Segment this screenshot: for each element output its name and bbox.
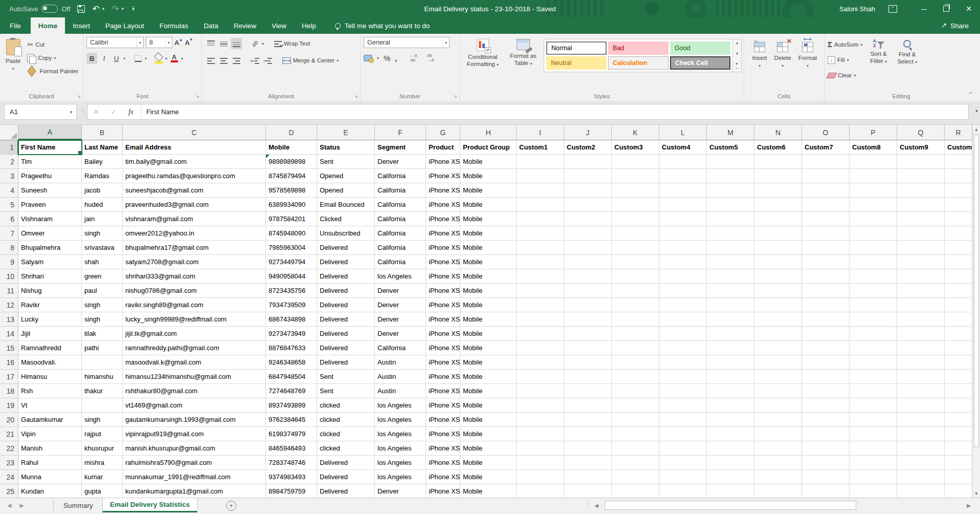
row-header-2[interactable]: 2 — [0, 155, 18, 169]
increase-indent-button[interactable]: ⇒ — [262, 55, 273, 66]
italic-button[interactable]: I — [99, 53, 109, 64]
conditional-formatting-button[interactable]: ConditionalFormatting ▾ — [463, 37, 503, 70]
cell-C14[interactable]: jijil.tk@gmail.com — [123, 327, 266, 341]
cell-L3[interactable] — [659, 169, 707, 183]
cell-A19[interactable]: Vt — [18, 398, 82, 413]
cell-F22[interactable]: los Angeles — [375, 441, 426, 456]
cell-F16[interactable]: Austin — [375, 355, 426, 370]
cell-J20[interactable] — [564, 413, 612, 427]
cell-D13[interactable]: 6867434898 — [266, 312, 317, 327]
cell-R19[interactable] — [945, 398, 972, 413]
cell-R1[interactable]: Custom10 — [945, 140, 972, 155]
row-header-14[interactable]: 14 — [0, 327, 18, 341]
cell-H23[interactable]: Mobile — [460, 456, 517, 470]
cell-I19[interactable] — [517, 398, 564, 413]
cell-M10[interactable] — [707, 269, 754, 284]
cell-C23[interactable]: rahulmishra5790@gmail.com — [123, 456, 266, 470]
column-header-K[interactable]: K — [612, 125, 659, 140]
cell-E25[interactable]: Delivered — [317, 484, 375, 498]
cell-Q5[interactable] — [897, 198, 945, 212]
cell-R7[interactable] — [945, 226, 972, 241]
cell-A4[interactable]: Suneesh — [18, 183, 82, 198]
cell-A24[interactable]: Munna — [18, 470, 82, 484]
column-header-H[interactable]: H — [460, 125, 517, 140]
cell-F6[interactable]: California — [375, 212, 426, 226]
cell-P17[interactable] — [850, 370, 897, 384]
cell-R15[interactable] — [945, 341, 972, 355]
cell-Q8[interactable] — [897, 241, 945, 255]
cell-B3[interactable]: Ramdas — [82, 169, 123, 183]
cell-A3[interactable]: Prageethu — [18, 169, 82, 183]
ribbon-display-options-icon[interactable]: ⌃ — [888, 5, 897, 13]
cell-C6[interactable]: vishnaram@gmail.com — [123, 212, 266, 226]
tab-formulas[interactable]: Formulas — [152, 17, 196, 34]
copy-button[interactable]: Copy▾ — [27, 51, 78, 65]
cell-A16[interactable]: Masoodvali. — [18, 355, 82, 370]
cell-M18[interactable] — [707, 384, 754, 398]
account-name[interactable]: Saloni Shah — [839, 5, 875, 13]
row-header-8[interactable]: 8 — [0, 241, 18, 255]
cell-M5[interactable] — [707, 198, 754, 212]
cell-R17[interactable] — [945, 370, 972, 384]
row-header-17[interactable]: 17 — [0, 370, 18, 384]
cell-N17[interactable] — [754, 370, 802, 384]
save-icon[interactable] — [77, 5, 85, 13]
cell-H9[interactable]: Mobile — [460, 255, 517, 269]
cell-R13[interactable] — [945, 312, 972, 327]
tab-view[interactable]: View — [264, 17, 294, 34]
cell-N18[interactable] — [754, 384, 802, 398]
cell-D9[interactable]: 9273449794 — [266, 255, 317, 269]
cell-B8[interactable]: srivastava — [82, 241, 123, 255]
cell-F11[interactable]: Denver — [375, 284, 426, 298]
cell-G20[interactable]: iPhone XS — [426, 413, 460, 427]
cell-A14[interactable]: Jijil — [18, 327, 82, 341]
cell-I11[interactable] — [517, 284, 564, 298]
cell-K17[interactable] — [612, 370, 659, 384]
cell-K25[interactable] — [612, 484, 659, 498]
cell-D21[interactable]: 6198374979 — [266, 427, 317, 441]
cell-M11[interactable] — [707, 284, 754, 298]
cell-N16[interactable] — [754, 355, 802, 370]
cell-D12[interactable]: 7934739509 — [266, 298, 317, 312]
cell-L19[interactable] — [659, 398, 707, 413]
column-header-F[interactable]: F — [375, 125, 426, 140]
cell-I22[interactable] — [517, 441, 564, 456]
cell-A2[interactable]: Tim — [18, 155, 82, 169]
cell-B22[interactable]: khusrupur — [82, 441, 123, 456]
cell-M12[interactable] — [707, 298, 754, 312]
cell-B1[interactable]: Last Name — [82, 140, 123, 155]
row-header-21[interactable]: 21 — [0, 427, 18, 441]
cell-F24[interactable]: los Angeles — [375, 470, 426, 484]
cell-A23[interactable]: Rahul — [18, 456, 82, 470]
column-header-M[interactable]: M — [707, 125, 754, 140]
row-header-7[interactable]: 7 — [0, 226, 18, 241]
cell-I5[interactable] — [517, 198, 564, 212]
formula-bar-handle-icon[interactable]: ⋮ — [80, 105, 86, 118]
redo-dropdown-icon[interactable]: ▾ — [122, 6, 124, 11]
cell-R21[interactable] — [945, 427, 972, 441]
cell-Q24[interactable] — [897, 470, 945, 484]
cell-N19[interactable] — [754, 398, 802, 413]
cell-G6[interactable]: iPhone XS — [426, 212, 460, 226]
cell-M8[interactable] — [707, 241, 754, 255]
column-header-N[interactable]: N — [754, 125, 802, 140]
cell-E1[interactable]: Status — [317, 140, 375, 155]
cell-I16[interactable] — [517, 355, 564, 370]
cell-D6[interactable]: 9787584201 — [266, 212, 317, 226]
cell-K21[interactable] — [612, 427, 659, 441]
cell-style-calculation[interactable]: Calculation — [608, 56, 669, 70]
cell-G13[interactable]: iPhone XS — [426, 312, 460, 327]
cell-P24[interactable] — [850, 470, 897, 484]
cell-I24[interactable] — [517, 470, 564, 484]
cell-R23[interactable] — [945, 456, 972, 470]
cell-I20[interactable] — [517, 413, 564, 427]
row-header-6[interactable]: 6 — [0, 212, 18, 226]
format-painter-button[interactable]: Format Painter — [27, 65, 78, 78]
cell-K3[interactable] — [612, 169, 659, 183]
cell-C10[interactable]: shrihari333@gmail.com — [123, 269, 266, 284]
column-header-E[interactable]: E — [317, 125, 375, 140]
cell-C4[interactable]: suneeshjacob@gmail.com — [123, 183, 266, 198]
cell-F12[interactable]: Denver — [375, 298, 426, 312]
cell-A8[interactable]: Bhupalmehra — [18, 241, 82, 255]
cell-C13[interactable]: lucky_singh99989@rediffmail.com — [123, 312, 266, 327]
